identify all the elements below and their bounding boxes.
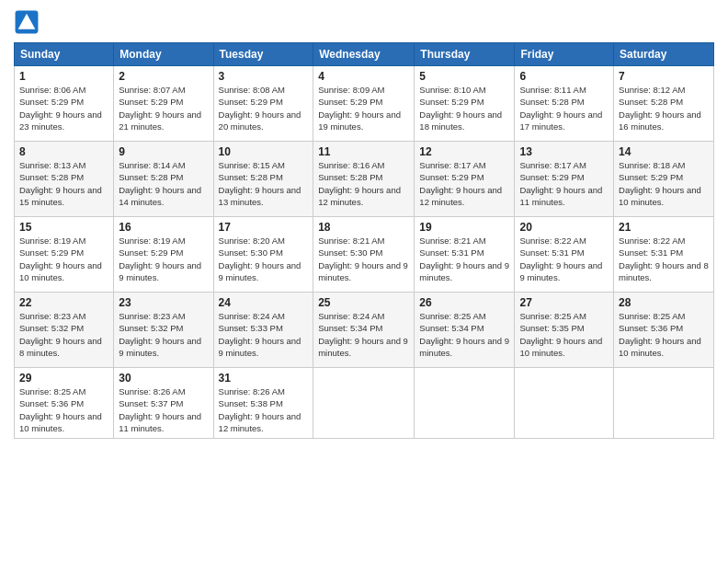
- day-detail: Sunrise: 8:25 AMSunset: 5:34 PMDaylight:…: [419, 310, 509, 359]
- day-detail: Sunrise: 8:07 AMSunset: 5:29 PMDaylight:…: [119, 84, 208, 132]
- logo: [14, 9, 43, 35]
- calendar-day-cell: 21 Sunrise: 8:22 AMSunset: 5:31 PMDaylig…: [614, 217, 714, 293]
- day-number: 23: [119, 296, 208, 309]
- calendar-day-cell: 22 Sunrise: 8:23 AMSunset: 5:32 PMDaylig…: [15, 293, 114, 368]
- calendar-day-cell: 14 Sunrise: 8:18 AMSunset: 5:29 PMDaylig…: [614, 142, 714, 217]
- calendar-day-cell: [313, 368, 415, 439]
- calendar-day-cell: [415, 368, 515, 439]
- calendar-day-cell: 25 Sunrise: 8:24 AMSunset: 5:34 PMDaylig…: [313, 293, 415, 368]
- calendar-header-row: SundayMondayTuesdayWednesdayThursdayFrid…: [15, 43, 714, 66]
- day-detail: Sunrise: 8:19 AMSunset: 5:29 PMDaylight:…: [19, 235, 108, 283]
- day-detail: Sunrise: 8:12 AMSunset: 5:28 PMDaylight:…: [619, 84, 709, 132]
- day-detail: Sunrise: 8:24 AMSunset: 5:34 PMDaylight:…: [318, 310, 409, 359]
- day-number: 14: [619, 145, 709, 158]
- day-number: 24: [219, 296, 309, 309]
- day-number: 28: [619, 296, 709, 309]
- calendar-week-row: 1 Sunrise: 8:06 AMSunset: 5:29 PMDayligh…: [15, 66, 714, 142]
- day-detail: Sunrise: 8:15 AMSunset: 5:28 PMDaylight:…: [219, 159, 309, 208]
- calendar-week-row: 8 Sunrise: 8:13 AMSunset: 5:28 PMDayligh…: [15, 142, 714, 217]
- day-detail: Sunrise: 8:06 AMSunset: 5:29 PMDaylight:…: [19, 84, 108, 132]
- day-number: 21: [619, 221, 709, 234]
- day-detail: Sunrise: 8:16 AMSunset: 5:28 PMDaylight:…: [318, 159, 409, 208]
- calendar-day-cell: 20 Sunrise: 8:22 AMSunset: 5:31 PMDaylig…: [515, 217, 614, 293]
- calendar-day-cell: 13 Sunrise: 8:17 AMSunset: 5:29 PMDaylig…: [515, 142, 614, 217]
- day-number: 20: [519, 221, 609, 234]
- day-detail: Sunrise: 8:25 AMSunset: 5:36 PMDaylight:…: [19, 385, 108, 434]
- day-of-week-header: Tuesday: [213, 43, 313, 66]
- calendar-day-cell: 6 Sunrise: 8:11 AMSunset: 5:28 PMDayligh…: [515, 66, 614, 142]
- day-detail: Sunrise: 8:19 AMSunset: 5:29 PMDaylight:…: [119, 235, 208, 283]
- day-number: 15: [19, 221, 108, 234]
- day-of-week-header: Saturday: [614, 43, 714, 66]
- day-detail: Sunrise: 8:09 AMSunset: 5:29 PMDaylight:…: [318, 84, 409, 132]
- calendar-day-cell: 26 Sunrise: 8:25 AMSunset: 5:34 PMDaylig…: [415, 293, 515, 368]
- calendar-week-row: 15 Sunrise: 8:19 AMSunset: 5:29 PMDaylig…: [15, 217, 714, 293]
- day-detail: Sunrise: 8:22 AMSunset: 5:31 PMDaylight:…: [519, 235, 609, 283]
- calendar-day-cell: 29 Sunrise: 8:25 AMSunset: 5:36 PMDaylig…: [15, 368, 114, 439]
- calendar-day-cell: 4 Sunrise: 8:09 AMSunset: 5:29 PMDayligh…: [313, 66, 415, 142]
- day-detail: Sunrise: 8:26 AMSunset: 5:37 PMDaylight:…: [119, 385, 208, 434]
- day-number: 7: [619, 70, 709, 83]
- calendar-day-cell: 1 Sunrise: 8:06 AMSunset: 5:29 PMDayligh…: [15, 66, 114, 142]
- day-number: 8: [19, 145, 108, 158]
- day-number: 25: [318, 296, 409, 309]
- calendar-day-cell: 27 Sunrise: 8:25 AMSunset: 5:35 PMDaylig…: [515, 293, 614, 368]
- day-detail: Sunrise: 8:23 AMSunset: 5:32 PMDaylight:…: [119, 310, 208, 359]
- day-detail: Sunrise: 8:26 AMSunset: 5:38 PMDaylight:…: [219, 385, 309, 434]
- day-number: 3: [219, 70, 309, 83]
- day-detail: Sunrise: 8:10 AMSunset: 5:29 PMDaylight:…: [419, 84, 509, 132]
- day-of-week-header: Sunday: [15, 43, 114, 66]
- calendar-day-cell: 3 Sunrise: 8:08 AMSunset: 5:29 PMDayligh…: [213, 66, 313, 142]
- day-number: 18: [318, 221, 409, 234]
- calendar: SundayMondayTuesdayWednesdayThursdayFrid…: [14, 42, 714, 439]
- day-number: 31: [219, 372, 309, 385]
- calendar-day-cell: [614, 368, 714, 439]
- calendar-day-cell: 16 Sunrise: 8:19 AMSunset: 5:29 PMDaylig…: [114, 217, 213, 293]
- day-of-week-header: Thursday: [415, 43, 515, 66]
- day-of-week-header: Monday: [114, 43, 213, 66]
- day-detail: Sunrise: 8:23 AMSunset: 5:32 PMDaylight:…: [19, 310, 108, 359]
- calendar-day-cell: 7 Sunrise: 8:12 AMSunset: 5:28 PMDayligh…: [614, 66, 714, 142]
- calendar-day-cell: 12 Sunrise: 8:17 AMSunset: 5:29 PMDaylig…: [415, 142, 515, 217]
- day-detail: Sunrise: 8:18 AMSunset: 5:29 PMDaylight:…: [619, 159, 709, 208]
- day-of-week-header: Friday: [515, 43, 614, 66]
- day-number: 22: [19, 296, 108, 309]
- header: [14, 9, 714, 35]
- day-detail: Sunrise: 8:25 AMSunset: 5:35 PMDaylight:…: [519, 310, 609, 359]
- day-detail: Sunrise: 8:21 AMSunset: 5:30 PMDaylight:…: [318, 235, 409, 283]
- calendar-day-cell: 30 Sunrise: 8:26 AMSunset: 5:37 PMDaylig…: [114, 368, 213, 439]
- calendar-day-cell: 24 Sunrise: 8:24 AMSunset: 5:33 PMDaylig…: [213, 293, 313, 368]
- day-detail: Sunrise: 8:17 AMSunset: 5:29 PMDaylight:…: [519, 159, 609, 208]
- day-detail: Sunrise: 8:25 AMSunset: 5:36 PMDaylight:…: [619, 310, 709, 359]
- day-detail: Sunrise: 8:13 AMSunset: 5:28 PMDaylight:…: [19, 159, 108, 208]
- day-number: 5: [419, 70, 509, 83]
- day-number: 17: [219, 221, 309, 234]
- calendar-day-cell: 8 Sunrise: 8:13 AMSunset: 5:28 PMDayligh…: [15, 142, 114, 217]
- calendar-day-cell: 11 Sunrise: 8:16 AMSunset: 5:28 PMDaylig…: [313, 142, 415, 217]
- calendar-day-cell: 18 Sunrise: 8:21 AMSunset: 5:30 PMDaylig…: [313, 217, 415, 293]
- day-detail: Sunrise: 8:22 AMSunset: 5:31 PMDaylight:…: [619, 235, 709, 283]
- calendar-day-cell: 15 Sunrise: 8:19 AMSunset: 5:29 PMDaylig…: [15, 217, 114, 293]
- day-number: 26: [419, 296, 509, 309]
- day-detail: Sunrise: 8:14 AMSunset: 5:28 PMDaylight:…: [119, 159, 208, 208]
- calendar-week-row: 29 Sunrise: 8:25 AMSunset: 5:36 PMDaylig…: [15, 368, 714, 439]
- day-number: 9: [119, 145, 208, 158]
- day-detail: Sunrise: 8:11 AMSunset: 5:28 PMDaylight:…: [519, 84, 609, 132]
- day-number: 10: [219, 145, 309, 158]
- calendar-day-cell: 10 Sunrise: 8:15 AMSunset: 5:28 PMDaylig…: [213, 142, 313, 217]
- day-number: 16: [119, 221, 208, 234]
- day-detail: Sunrise: 8:21 AMSunset: 5:31 PMDaylight:…: [419, 235, 509, 283]
- day-number: 1: [19, 70, 108, 83]
- day-detail: Sunrise: 8:20 AMSunset: 5:30 PMDaylight:…: [219, 235, 309, 283]
- calendar-day-cell: [515, 368, 614, 439]
- day-number: 19: [419, 221, 509, 234]
- day-detail: Sunrise: 8:17 AMSunset: 5:29 PMDaylight:…: [419, 159, 509, 208]
- day-number: 29: [19, 372, 108, 385]
- calendar-day-cell: 19 Sunrise: 8:21 AMSunset: 5:31 PMDaylig…: [415, 217, 515, 293]
- day-number: 2: [119, 70, 208, 83]
- day-number: 4: [318, 70, 409, 83]
- day-number: 11: [318, 145, 409, 158]
- day-of-week-header: Wednesday: [313, 43, 415, 66]
- calendar-day-cell: 2 Sunrise: 8:07 AMSunset: 5:29 PMDayligh…: [114, 66, 213, 142]
- calendar-day-cell: 5 Sunrise: 8:10 AMSunset: 5:29 PMDayligh…: [415, 66, 515, 142]
